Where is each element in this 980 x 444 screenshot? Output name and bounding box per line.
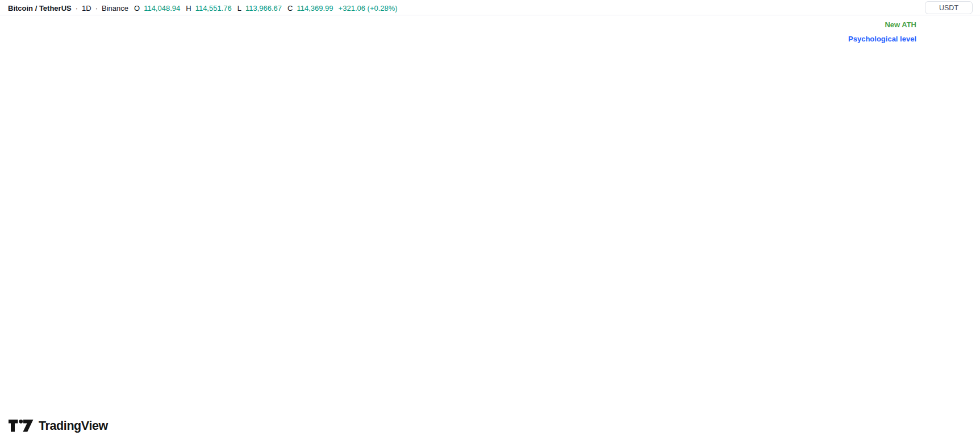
psychological-level-annotation: Psychological level xyxy=(797,35,916,43)
low-value: 113,966.67 xyxy=(245,4,282,12)
tradingview-logo[interactable]: TradingView xyxy=(8,418,108,434)
high-label: H xyxy=(186,4,191,12)
low-label: L xyxy=(237,4,241,12)
exchange-label: Binance xyxy=(102,4,128,12)
high-value: 114,551.76 xyxy=(195,4,232,12)
open-label: O xyxy=(134,4,140,12)
new-ath-annotation: New ATH xyxy=(797,20,916,29)
tradingview-logo-icon xyxy=(8,418,34,434)
symbol-info-bar: Bitcoin / TetherUS · 1D · Binance O 114,… xyxy=(8,3,398,13)
change-value: +321.06 (+0.28%) xyxy=(339,4,398,12)
tradingview-logo-text: TradingView xyxy=(39,419,108,433)
close-label: C xyxy=(287,4,293,12)
currency-toggle-button[interactable]: USDT xyxy=(925,1,973,14)
symbol-title[interactable]: Bitcoin / TetherUS xyxy=(8,4,72,12)
tradingview-chart-app: Bitcoin / TetherUS · 1D · Binance O 114,… xyxy=(0,0,980,444)
close-value: 114,369.99 xyxy=(297,4,333,12)
separator-dot: · xyxy=(76,4,78,12)
main-chart[interactable] xyxy=(0,0,980,444)
separator-dot: · xyxy=(95,4,98,12)
open-value: 114,048.94 xyxy=(144,4,180,12)
interval-label[interactable]: 1D xyxy=(82,4,91,12)
